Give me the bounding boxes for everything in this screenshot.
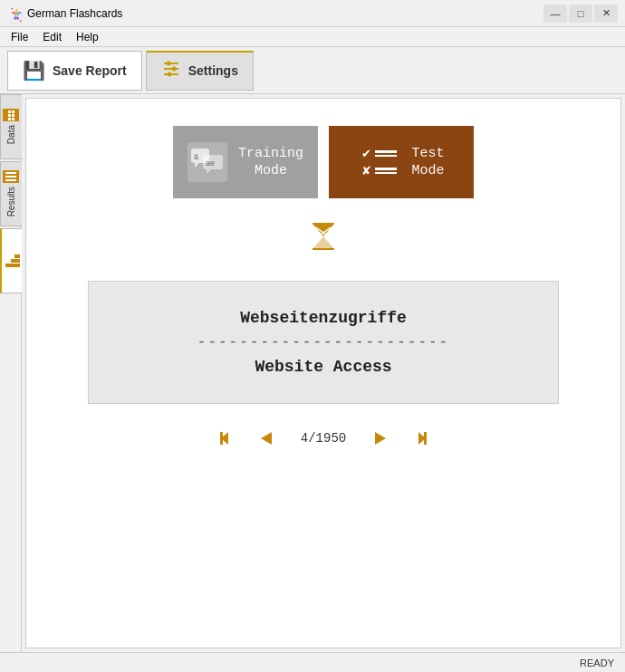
toolbar: 💾 Save Report Settings (0, 47, 625, 94)
card-counter: 4/1950 (292, 431, 355, 446)
settings-label: Settings (188, 63, 238, 78)
save-report-button[interactable]: 💾 Save Report (7, 51, 142, 91)
main-area: Data Results (0, 94, 625, 652)
flashcard-english-word: Website Access (255, 358, 391, 376)
last-card-button[interactable] (406, 426, 431, 451)
prev-card-icon (259, 429, 274, 447)
svg-marker-7 (195, 163, 199, 168)
training-icon-svg: ä ae (190, 148, 225, 177)
test-icon: ✔ ✘ (358, 143, 400, 181)
window-title: German Flashcards (27, 7, 543, 20)
sidebar-tab-results[interactable]: Results (0, 161, 22, 226)
settings-icon (161, 59, 181, 83)
svg-marker-10 (207, 169, 211, 174)
hourglass-icon (307, 220, 340, 259)
svg-point-5 (167, 72, 171, 76)
next-card-icon (373, 429, 388, 447)
settings-button[interactable]: Settings (146, 51, 254, 91)
save-report-icon: 💾 (23, 60, 45, 82)
sliders-svg (161, 59, 181, 79)
mode-buttons: ä ae TrainingMode ✔ (173, 126, 474, 198)
svg-rect-23 (424, 432, 427, 445)
prev-card-button[interactable] (255, 426, 277, 451)
sidebar-tab-data[interactable]: Data (0, 94, 22, 159)
window-controls: — □ ✕ (543, 5, 618, 23)
svg-point-4 (171, 66, 176, 71)
svg-marker-12 (312, 224, 334, 236)
svg-text:ae: ae (206, 158, 215, 168)
sidebar-tab-chart[interactable] (0, 228, 22, 293)
first-card-button[interactable] (216, 426, 241, 451)
maximize-button[interactable]: □ (569, 5, 592, 23)
menu-help[interactable]: Help (69, 29, 106, 45)
data-icon (3, 109, 19, 121)
menu-bar: File Edit Help (0, 27, 625, 47)
test-mode-button[interactable]: ✔ ✘ TestMode (329, 126, 474, 198)
results-tab-label: Results (6, 187, 16, 216)
flashcard-separator: ------------------------ (197, 334, 449, 350)
test-mode-label: TestMode (411, 145, 444, 180)
flashcard: Webseitenzugriffe ----------------------… (88, 281, 559, 404)
flashcard-german-word: Webseitenzugriffe (240, 309, 407, 327)
sidebar: Data Results (0, 94, 22, 652)
results-icon (3, 170, 19, 183)
first-card-icon (219, 429, 237, 447)
svg-marker-21 (375, 432, 386, 445)
svg-rect-19 (220, 432, 223, 445)
svg-point-3 (166, 61, 170, 65)
title-bar: 🃏 German Flashcards — □ ✕ (0, 0, 625, 27)
chart-icon (4, 254, 20, 267)
next-card-button[interactable] (370, 426, 391, 451)
svg-marker-20 (261, 432, 272, 445)
svg-marker-13 (312, 236, 334, 249)
status-bar: READY (0, 652, 625, 672)
menu-file[interactable]: File (4, 29, 35, 45)
content-panel: ä ae TrainingMode ✔ (25, 98, 621, 648)
hourglass-svg (307, 220, 340, 253)
training-mode-button[interactable]: ä ae TrainingMode (173, 126, 318, 198)
training-icon: ä ae (188, 142, 227, 182)
menu-edit[interactable]: Edit (35, 29, 69, 45)
last-card-icon (409, 429, 428, 447)
app-icon: 🃏 (7, 6, 22, 21)
data-tab-label: Data (6, 125, 16, 144)
save-report-label: Save Report (53, 63, 127, 78)
status-text: READY (580, 658, 614, 668)
close-button[interactable]: ✕ (594, 5, 618, 23)
minimize-button[interactable]: — (543, 5, 567, 23)
navigation-controls: 4/1950 (216, 426, 431, 451)
svg-text:ä: ä (194, 152, 198, 161)
training-mode-label: TrainingMode (238, 145, 303, 180)
